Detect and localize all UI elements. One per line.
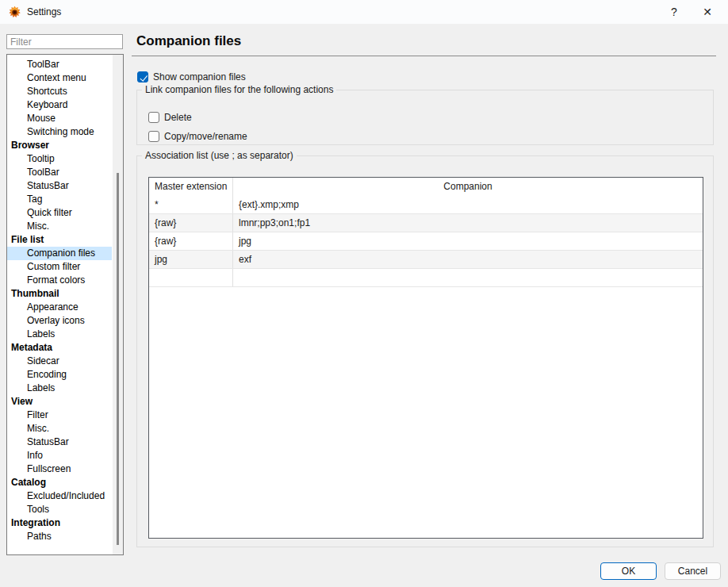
copy-move-rename-checkbox[interactable]: Copy/move/rename [148,131,247,142]
app-icon [8,6,21,19]
sidebar-item-tooltip[interactable]: Tooltip [7,152,112,166]
filter-input[interactable] [6,34,123,49]
sidebar-item-custom-filter[interactable]: Custom filter [7,260,112,274]
sidebar-item-filter[interactable]: Filter [7,409,112,422]
table-header-row: Master extension Companion [149,178,703,196]
close-button[interactable]: ✕ [692,0,723,24]
sidebar-item-view[interactable]: View [7,395,112,409]
sidebar-item-file-list[interactable]: File list [7,233,112,247]
table-row[interactable]: *{ext}.xmp;xmp [149,196,703,214]
sidebar-item-overlay-icons[interactable]: Overlay icons [7,314,112,328]
link-actions-group-title: Link companion files for the following a… [142,84,336,95]
table-row[interactable]: {raw}jpg [149,232,703,251]
help-button[interactable]: ? [658,0,690,24]
sidebar-item-catalog[interactable]: Catalog [7,476,112,489]
sidebar-item-labels[interactable]: Labels [7,382,112,395]
sidebar-item-tag[interactable]: Tag [7,193,112,206]
checkbox-unchecked-icon[interactable] [148,112,159,123]
sidebar-item-tools[interactable]: Tools [7,503,112,516]
sidebar-item-encoding[interactable]: Encoding [7,368,112,382]
table-row[interactable]: jpgexf [149,251,703,269]
sidebar-item-misc[interactable]: Misc. [7,220,112,233]
column-header-master-extension[interactable]: Master extension [149,178,233,196]
checkbox-unchecked-icon[interactable] [148,131,159,142]
cell-companion[interactable]: exf [233,251,703,268]
table-row[interactable] [149,269,703,287]
sidebar-item-mouse[interactable]: Mouse [7,112,112,125]
sidebar-item-companion-files[interactable]: Companion files [7,247,112,260]
sidebar-item-labels[interactable]: Labels [7,328,112,341]
sidebar-item-statusbar[interactable]: StatusBar [7,179,112,193]
sidebar-item-excluded-included[interactable]: Excluded/Included [7,489,112,503]
settings-tree: ToolBarContext menuShortcutsKeyboardMous… [6,54,124,555]
cancel-button[interactable]: Cancel [665,562,721,580]
title-divider [132,56,716,56]
sidebar-item-format-colors[interactable]: Format colors [7,274,112,287]
delete-label: Delete [164,112,192,123]
ok-button[interactable]: OK [600,562,657,580]
sidebar-item-switching-mode[interactable]: Switching mode [7,125,112,139]
cell-companion[interactable] [233,269,703,286]
column-header-companion[interactable]: Companion [233,178,703,196]
sidebar-item-browser[interactable]: Browser [7,139,112,152]
delete-checkbox[interactable]: Delete [148,112,192,123]
scrollbar-thumb[interactable] [117,173,119,545]
cell-master-extension[interactable]: {raw} [149,214,233,232]
sidebar-item-toolbar[interactable]: ToolBar [7,58,112,71]
sidebar-item-statusbar[interactable]: StatusBar [7,435,112,449]
cell-master-extension[interactable]: * [149,196,233,213]
sidebar-item-context-menu[interactable]: Context menu [7,71,112,85]
cancel-button-label: Cancel [678,566,707,577]
sidebar-item-appearance[interactable]: Appearance [7,301,112,314]
sidebar-item-info[interactable]: Info [7,449,112,462]
close-icon: ✕ [703,6,712,18]
sidebar-item-quick-filter[interactable]: Quick filter [7,206,112,220]
table-body: *{ext}.xmp;xmp{raw}lmnr;pp3;on1;fp1{raw}… [149,196,703,287]
scrollbar-track[interactable] [113,55,123,554]
cell-companion[interactable]: lmnr;pp3;on1;fp1 [233,214,703,232]
sidebar-item-shortcuts[interactable]: Shortcuts [7,85,112,98]
ok-button-label: OK [622,566,635,577]
checkbox-checked-icon[interactable] [137,71,148,82]
page-title: Companion files [136,33,241,49]
show-companion-label: Show companion files [153,71,246,82]
sidebar-item-sidecar[interactable]: Sidecar [7,355,112,368]
link-actions-group: Link companion files for the following a… [136,90,714,145]
sidebar-item-fullscreen[interactable]: Fullscreen [7,462,112,476]
cell-master-extension[interactable] [149,269,233,286]
association-group-title: Association list (use ; as separator) [142,150,297,161]
sidebar-item-toolbar[interactable]: ToolBar [7,166,112,179]
window-title: Settings [27,6,61,17]
sidebar-item-keyboard[interactable]: Keyboard [7,98,112,112]
cell-master-extension[interactable]: jpg [149,251,233,268]
cell-companion[interactable]: {ext}.xmp;xmp [233,196,703,213]
cell-master-extension[interactable]: {raw} [149,232,233,250]
sidebar-item-metadata[interactable]: Metadata [7,341,112,355]
show-companion-checkbox[interactable]: Show companion files [137,71,246,82]
association-group: Association list (use ; as separator) Ma… [136,155,714,547]
cell-companion[interactable]: jpg [233,232,703,250]
table-row[interactable]: {raw}lmnr;pp3;on1;fp1 [149,214,703,232]
sidebar-item-misc[interactable]: Misc. [7,422,112,435]
sidebar-item-paths[interactable]: Paths [7,530,112,543]
copy-move-rename-label: Copy/move/rename [164,131,247,142]
sidebar-list: ToolBarContext menuShortcutsKeyboardMous… [7,58,112,543]
help-icon: ? [671,6,677,18]
association-table: Master extension Companion *{ext}.xmp;xm… [148,177,703,539]
sidebar-item-integration[interactable]: Integration [7,516,112,530]
sidebar-item-thumbnail[interactable]: Thumbnail [7,287,112,301]
titlebar: Settings ? ✕ [0,0,728,24]
